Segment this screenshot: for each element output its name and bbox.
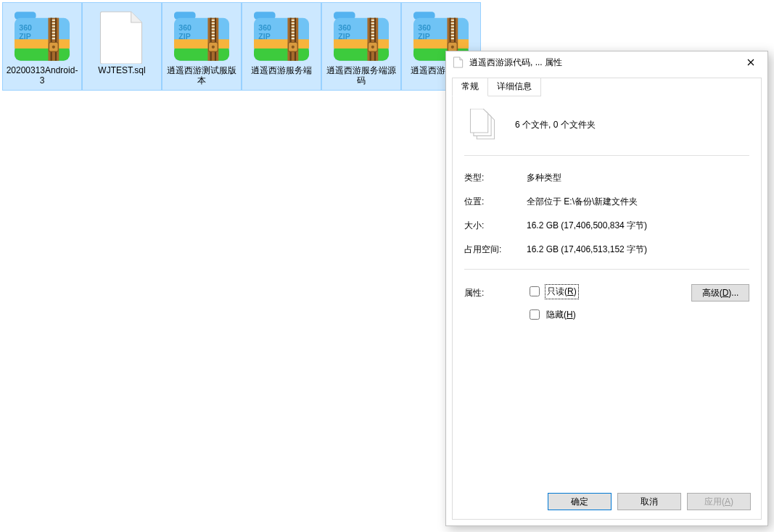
checkbox-hidden-input[interactable] xyxy=(530,309,540,320)
dialog-body: 常规 详细信息 6 个文件, 0 个文件夹 类型: 多种类型 位置: 全部位于 … xyxy=(452,78,762,520)
blank-file-icon xyxy=(84,4,160,64)
file-item[interactable]: 20200313Android-3 xyxy=(3,3,81,90)
apply-label-post: ) xyxy=(730,496,733,507)
zip-archive-icon xyxy=(164,4,239,64)
file-item[interactable]: 逍遥西游服务端源码 xyxy=(322,3,400,90)
file-label: 逍遥西游服务端 xyxy=(250,64,313,78)
ok-button[interactable]: 确定 xyxy=(548,493,612,510)
dialog-title: 逍遥西游源代码, ... 属性 xyxy=(469,57,734,69)
readonly-label-pre: 只读( xyxy=(547,286,567,296)
page-icon xyxy=(452,56,465,69)
apply-button[interactable]: 应用(A) xyxy=(687,493,751,510)
label-location: 位置: xyxy=(464,196,527,208)
label-attributes: 属性: xyxy=(464,284,527,299)
apply-label-pre: 应用( xyxy=(704,496,725,507)
hidden-label-post: ) xyxy=(573,309,576,320)
row-size: 大小: 16.2 GB (17,406,500,834 字节) xyxy=(464,214,749,238)
file-grid: 20200313Android-3WJTEST.sql逍遥西游测试服版本逍遥西游… xyxy=(0,0,493,93)
file-label: 逍遥西游测试服版本 xyxy=(164,64,239,88)
checkbox-readonly-input[interactable] xyxy=(530,286,540,296)
file-stack-icon xyxy=(464,109,501,141)
tabs: 常规 详细信息 xyxy=(452,78,761,96)
file-label: 20200313Android-3 xyxy=(4,64,80,88)
zip-archive-icon xyxy=(4,4,80,64)
summary-row: 6 个文件, 0 个文件夹 xyxy=(464,101,749,155)
file-item[interactable]: 逍遥西游服务端 xyxy=(242,3,321,90)
close-button[interactable] xyxy=(734,51,767,73)
label-size-on-disk: 占用空间: xyxy=(464,244,527,256)
checkbox-hidden[interactable]: 隐藏(H) xyxy=(527,307,691,322)
zip-archive-icon xyxy=(324,4,399,64)
row-attributes: 属性: 只读(R) 隐藏(H) xyxy=(464,280,749,326)
advanced-button[interactable]: 高级(D)... xyxy=(691,284,749,302)
properties-dialog: 逍遥西游源代码, ... 属性 常规 详细信息 6 个文件, 0 个文件夹 类型… xyxy=(445,51,768,526)
hidden-label-key: H xyxy=(567,309,573,320)
hidden-label-pre: 隐藏( xyxy=(546,309,567,320)
tab-content: 6 个文件, 0 个文件夹 类型: 多种类型 位置: 全部位于 E:\备份\新建… xyxy=(453,96,761,481)
file-item[interactable]: 逍遥西游测试服版本 xyxy=(162,3,241,90)
advanced-label-post: )... xyxy=(728,288,738,298)
row-location: 位置: 全部位于 E:\备份\新建文件夹 xyxy=(464,190,749,214)
label-type: 类型: xyxy=(464,172,527,184)
value-size-on-disk: 16.2 GB (17,406,513,152 字节) xyxy=(527,244,749,256)
value-location: 全部位于 E:\备份\新建文件夹 xyxy=(527,196,749,208)
dialog-button-row: 确定 取消 应用(A) xyxy=(548,493,751,510)
row-size-on-disk: 占用空间: 16.2 GB (17,406,513,152 字节) xyxy=(464,238,749,262)
summary-text: 6 个文件, 0 个文件夹 xyxy=(515,119,596,131)
tab-details[interactable]: 详细信息 xyxy=(487,78,541,96)
value-size: 16.2 GB (17,406,500,834 字节) xyxy=(527,220,749,232)
file-label: WJTEST.sql xyxy=(96,64,147,78)
readonly-label-key: R xyxy=(567,286,574,296)
checkbox-readonly[interactable]: 只读(R) xyxy=(527,284,691,299)
row-type: 类型: 多种类型 xyxy=(464,166,749,190)
apply-label-key: A xyxy=(725,496,730,507)
zip-archive-icon xyxy=(244,4,319,64)
file-item[interactable]: WJTEST.sql xyxy=(83,3,161,90)
cancel-button[interactable]: 取消 xyxy=(617,493,681,510)
readonly-label-post: ) xyxy=(574,286,577,296)
advanced-label-pre: 高级( xyxy=(702,288,722,298)
file-label: 逍遥西游服务端源码 xyxy=(324,64,399,88)
dialog-titlebar[interactable]: 逍遥西游源代码, ... 属性 xyxy=(446,51,767,73)
value-type: 多种类型 xyxy=(527,172,749,184)
label-size: 大小: xyxy=(464,220,527,232)
tab-general[interactable]: 常规 xyxy=(452,78,488,96)
